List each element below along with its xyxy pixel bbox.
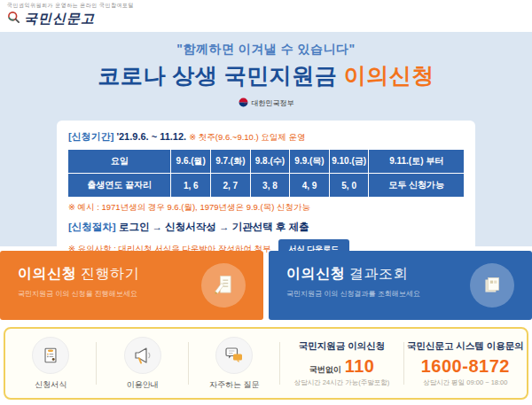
- table-cell: 9.7.(화): [211, 150, 251, 174]
- taegeuk-icon: [239, 95, 248, 111]
- weekday-schedule-table: 요일 9.6.(월) 9.7.(화) 9.8.(수) 9.9.(목) 9.10.…: [68, 150, 464, 197]
- contact-title: 국민신문고 시스템 이용문의: [407, 340, 524, 353]
- megaphone-icon: [124, 337, 161, 374]
- table-row-birthyears: 출생연도 끝자리 1, 6 2, 7 3, 8 4, 9 5, 0 모두 신청가…: [68, 174, 464, 198]
- site-header: 국민권익위원회가 운영하는 온라인 국민참여포털 국민신문고: [0, 0, 532, 32]
- period-value: '21.9.6. ~ 11.12.: [116, 131, 186, 142]
- contact-title: 국민지원금 이의신청: [299, 340, 385, 353]
- table-cell: 모두 신청가능: [369, 174, 464, 198]
- table-cell: 2, 7: [211, 174, 251, 198]
- table-cell: 9.9.(목): [290, 150, 330, 174]
- table-cell: 3, 8: [250, 174, 290, 198]
- table-cell: 9.11.(토) 부터: [369, 150, 464, 174]
- quick-link-label: 자주하는 질문: [209, 379, 260, 391]
- procedure-value: 로그인 → 신청서작성 → 기관선택 후 제출: [119, 222, 309, 232]
- table-cell: 요일: [68, 150, 171, 174]
- card-title-bold: 이의신청: [286, 266, 345, 281]
- card-title-rest: 결과조회: [349, 266, 408, 281]
- contact-phone-number: 1600-8172: [421, 356, 510, 377]
- contact-prefix: 국번없이: [309, 364, 341, 376]
- table-cell: 9.6.(월): [171, 150, 211, 174]
- documents-stack-icon: [470, 263, 514, 308]
- table-cell: 4, 9: [290, 174, 330, 198]
- banner-quote: "함께하면 이겨낼 수 있습니다": [0, 42, 532, 58]
- contact-number-row: 1600-8172: [421, 356, 510, 377]
- table-cell: 출생연도 끝자리: [68, 174, 171, 198]
- contact-hours: 상담시간 24시간 가능(주말포함): [294, 378, 390, 387]
- site-logo[interactable]: 국민신문고: [7, 11, 532, 27]
- government-label: 대한민국정부: [252, 98, 294, 108]
- document-pencil-icon: [201, 263, 246, 308]
- page-title-main: 코로나 상생 국민지원금: [98, 63, 337, 88]
- magnifier-taegeuk-icon: [7, 11, 20, 27]
- application-info-box: [신청기간] '21.9.6. ~ 11.12. ※ 첫주(9.6.~9.10.…: [57, 121, 475, 270]
- procedure-label: [신청절차]: [68, 222, 116, 232]
- period-label: [신청기간]: [68, 131, 113, 142]
- page-title: 코로나 상생 국민지원금 이의신청: [0, 61, 532, 90]
- card-title-rest: 진행하기: [81, 266, 139, 281]
- objection-result-card[interactable]: 이의신청 결과조회 국민지원금 이의 신청결과를 조회해보세요: [269, 251, 532, 320]
- page: 국민권익위원회가 운영하는 온라인 국민참여포털 국민신문고 "함께하면 이겨낼…: [0, 0, 532, 405]
- card-title-bold: 이의신청: [18, 266, 76, 281]
- quick-link-faq[interactable]: 자주하는 질문: [189, 337, 279, 391]
- quick-link-forms[interactable]: 신청서식: [5, 337, 96, 391]
- contact-hours: 상담시간 평일 09:00 ~ 18:00: [423, 378, 507, 387]
- contact-objection: 국민지원금 이의신청 국번없이 110 상담시간 24시간 가능(주말포함): [280, 340, 403, 387]
- quick-link-guide[interactable]: 이용안내: [97, 337, 187, 391]
- quick-link-label: 이용안내: [127, 379, 159, 391]
- contact-phone-number: 110: [345, 356, 375, 377]
- site-logo-text: 국민신문고: [24, 11, 95, 27]
- application-procedure: [신청절차] 로그인 → 신청서작성 → 기관선택 후 제출: [68, 221, 464, 234]
- page-title-accent: 이의신청: [344, 63, 434, 88]
- period-note: ※ 첫주(9.6.~9.10.) 요일제 운영: [189, 132, 305, 142]
- contact-system: 국민신문고 시스템 이용문의 1600-8172 상담시간 평일 09:00 ~…: [404, 340, 527, 387]
- table-cell: 9.8.(수): [250, 150, 290, 174]
- table-row-days: 요일 9.6.(월) 9.7.(화) 9.8.(수) 9.9.(목) 9.10.…: [68, 150, 464, 174]
- table-cell: 1, 6: [171, 174, 211, 198]
- quick-links-bar: 신청서식 이용안내: [4, 327, 528, 400]
- speech-bubbles-icon: [215, 337, 253, 374]
- site-tagline: 국민권익위원회가 운영하는 온라인 국민참여포털: [7, 2, 532, 10]
- objection-apply-card[interactable]: 이의신청 진행하기 국민지원금 이의 신청을 진행해보세요: [0, 251, 263, 320]
- quick-link-label: 신청서식: [35, 379, 66, 391]
- contact-number-row: 국번없이 110: [309, 356, 375, 377]
- table-cell: 9.10.(금): [329, 150, 369, 174]
- government-brand: 대한민국정부: [0, 95, 532, 111]
- application-period: [신청기간] '21.9.6. ~ 11.12. ※ 첫주(9.6.~9.10.…: [68, 130, 464, 144]
- form-icon: [32, 337, 69, 374]
- example-note: ※ 예시 : 1971년생의 경우 9.6.(월), 1979년생은 9.9.(…: [68, 202, 464, 214]
- table-cell: 5, 0: [329, 174, 369, 198]
- main-banner: "함께하면 이겨낼 수 있습니다" 코로나 상생 국민지원금 이의신청 대한민국…: [0, 32, 532, 246]
- action-cards: 이의신청 진행하기 국민지원금 이의 신청을 진행해보세요 이의신청 결과조회: [0, 251, 532, 320]
